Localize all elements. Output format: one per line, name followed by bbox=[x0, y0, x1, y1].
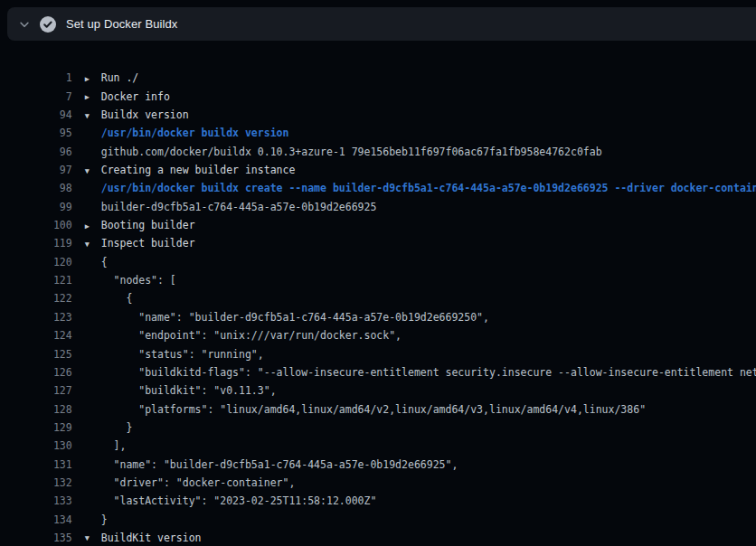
chevron-down-icon[interactable] bbox=[18, 18, 31, 31]
log-line-text: github.com/docker/buildx 0.10.3+azure-1 … bbox=[101, 146, 602, 158]
log-line-number[interactable]: 95 bbox=[25, 124, 72, 142]
log-line-text: } bbox=[101, 421, 133, 434]
log-line-number[interactable]: 1 bbox=[25, 69, 72, 87]
log-line-number[interactable]: 7 bbox=[25, 88, 72, 106]
log-line: 121 "nodes": [ bbox=[0, 253, 756, 271]
log-line-number[interactable]: 128 bbox=[25, 400, 72, 419]
step-header[interactable]: Set up Docker Buildx bbox=[7, 7, 756, 41]
log-line-text: Docker info bbox=[101, 90, 170, 103]
log-line-text: "driver": "docker-container", bbox=[101, 476, 296, 489]
step-title: Set up Docker Buildx bbox=[66, 17, 177, 31]
log-line-number[interactable]: 131 bbox=[25, 456, 72, 474]
log-line-number[interactable]: 130 bbox=[25, 437, 72, 455]
log-line-number[interactable]: 132 bbox=[25, 474, 72, 492]
log-line-text: Run ./ bbox=[101, 71, 139, 84]
log-line-text: "buildkit": "v0.11.3", bbox=[101, 384, 277, 397]
log-line-number[interactable]: 99 bbox=[25, 198, 72, 216]
log-line-number[interactable]: 125 bbox=[25, 345, 72, 363]
collapse-group-icon: ▼ bbox=[85, 235, 101, 253]
log-line-number[interactable]: 100 bbox=[25, 216, 72, 234]
log-line-text: ], bbox=[101, 439, 127, 452]
log-line[interactable]: 135▼BuildKit version bbox=[0, 511, 756, 529]
log-line-text: "name": "builder-d9cfb5a1-c764-445a-a57e… bbox=[101, 311, 489, 324]
log-line-text: } bbox=[101, 513, 108, 526]
log-line-text: "buildkitd-flags": "--allow-insecure-ent… bbox=[101, 366, 756, 379]
log-line-number[interactable]: 121 bbox=[25, 271, 72, 289]
log-line-text: { bbox=[101, 256, 108, 268]
log-line-number[interactable]: 129 bbox=[25, 419, 72, 437]
log-line-number[interactable]: 120 bbox=[25, 253, 72, 271]
success-check-icon bbox=[40, 16, 56, 33]
collapse-group-icon: ▼ bbox=[85, 529, 101, 546]
log-line-text: Creating a new builder instance bbox=[101, 164, 296, 176]
log-line-text: Inspect builder bbox=[101, 237, 195, 249]
log-line-text: Buildx version bbox=[101, 108, 189, 121]
log-line-number[interactable]: 134 bbox=[25, 511, 72, 529]
log-line-number[interactable]: 135 bbox=[25, 529, 72, 546]
log-line-number[interactable]: 124 bbox=[25, 326, 72, 344]
log-line-number[interactable]: 133 bbox=[25, 492, 72, 510]
log-line-text: "status": "running", bbox=[101, 348, 264, 361]
log-line-text: builder-d9cfb5a1-c764-445a-a57e-0b19d2e6… bbox=[101, 201, 377, 213]
log-line-text: "lastActivity": "2023-02-25T11:58:12.000… bbox=[101, 494, 377, 507]
log-line-text: { bbox=[101, 292, 133, 305]
log-line-text: /usr/bin/docker buildx create --name bui… bbox=[101, 182, 756, 194]
log-line-text: "nodes": [ bbox=[101, 274, 176, 287]
log-line-text: Booting builder bbox=[101, 219, 195, 231]
log-line-text: "platforms": "linux/amd64,linux/amd64/v2… bbox=[101, 403, 646, 416]
expand-group-icon: ▶ bbox=[85, 217, 101, 235]
log-line-text: "name": "builder-d9cfb5a1-c764-445a-a57e… bbox=[101, 458, 458, 471]
log-line-number[interactable]: 119 bbox=[25, 234, 72, 252]
collapse-group-icon: ▼ bbox=[85, 162, 101, 180]
workflow-log-panel: Set up Docker Buildx 1▶Run ./ 7▶Docker i… bbox=[0, 0, 756, 546]
log-line-number[interactable]: 97 bbox=[25, 161, 72, 179]
collapse-group-icon: ▼ bbox=[85, 107, 101, 125]
log-lines: 1▶Run ./ 7▶Docker info 94▼Buildx version… bbox=[0, 41, 756, 546]
log-line-number[interactable]: 123 bbox=[25, 308, 72, 326]
log-line-text: /usr/bin/docker buildx version bbox=[101, 127, 289, 139]
log-line[interactable]: 1▶Run ./ bbox=[0, 51, 756, 69]
log-line-number[interactable]: 98 bbox=[25, 179, 72, 197]
log-line-number[interactable]: 94 bbox=[25, 106, 72, 124]
expand-group-icon: ▶ bbox=[85, 70, 101, 88]
log-line-number[interactable]: 122 bbox=[25, 289, 72, 307]
log-line-number[interactable]: 96 bbox=[25, 143, 72, 161]
log-line-text: "endpoint": "unix:///var/run/docker.sock… bbox=[101, 329, 402, 342]
log-line-number[interactable]: 126 bbox=[25, 363, 72, 381]
log-line-text: BuildKit version bbox=[101, 532, 202, 544]
expand-group-icon: ▶ bbox=[85, 88, 101, 106]
log-line-number[interactable]: 127 bbox=[25, 381, 72, 400]
